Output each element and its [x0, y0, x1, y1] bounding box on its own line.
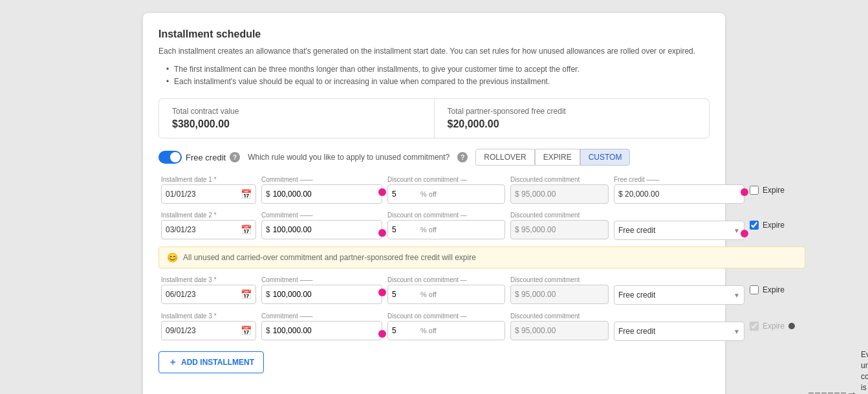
commitment-input-2[interactable]: $	[261, 220, 382, 239]
discount-input-3[interactable]: % off	[387, 285, 505, 304]
discounted-field-3: Discounted commitment $ 95,000.00	[508, 275, 611, 305]
discount-suffix-2: % off	[420, 226, 437, 234]
date-label-1: Installment date 1 *	[161, 176, 256, 183]
custom-btn[interactable]: CUSTOM	[580, 149, 631, 166]
commitment-field-1: Commitment —— $	[259, 175, 385, 205]
free-credit-input-1[interactable]: $ 20,000.00	[614, 184, 744, 204]
free-credit-field-1: Free credit —— $ 20,000.00	[611, 175, 747, 205]
bullet-1: The first installment can be three month…	[166, 63, 710, 76]
rule-buttons: ROLLOVER EXPIRE CUSTOM	[475, 149, 630, 166]
date-input-2[interactable]: 03/01/23 📅	[161, 220, 256, 239]
expire-btn[interactable]: EXPIRE	[535, 149, 580, 166]
free-credit-select-val-4: Free credit	[618, 327, 655, 336]
dash-line-1: →	[808, 388, 857, 394]
discounted-value-4: $ 95,000.00	[515, 326, 556, 335]
commitment-label-4: Commitment ——	[261, 312, 382, 320]
divider-msg: All unused and carried-over commitment a…	[183, 253, 476, 262]
free-credit-select-4[interactable]: Free credit ▼	[614, 322, 744, 341]
dropdown-arrow-3: ▼	[733, 292, 740, 299]
discount-input-4[interactable]: % off	[387, 321, 505, 340]
discounted-label-4: Discounted commitment	[510, 312, 609, 320]
discounted-value-3: $ 95,000.00	[515, 290, 556, 299]
discount-field-2: Discount on commitment — % off	[385, 210, 508, 241]
pink-dot-down-4	[378, 330, 386, 338]
discount-label-4: Discount on commitment —	[387, 312, 505, 320]
free-credit-select-val-3: Free credit	[618, 290, 655, 300]
date-value-2: 03/01/23	[166, 225, 196, 234]
free-credit-row: Free credit ? Which rule would you like …	[158, 149, 710, 166]
discounted-value-1: $ 95,000.00	[515, 190, 556, 199]
free-credit-select-val-2: Free credit	[618, 226, 655, 235]
left-section: Installment date 1 * 01/01/23 📅 Commitme…	[158, 175, 805, 373]
total-contract-value: $380,000.00	[172, 118, 421, 130]
commitment-field-2: Commitment —— $	[259, 210, 385, 241]
card-desc: Each installment creates an allowance th…	[158, 45, 710, 57]
discounted-input-4: $ 95,000.00	[510, 321, 609, 340]
free-credit-col-label-1: Free credit ——	[614, 176, 744, 183]
date-field-1: Installment date 1 * 01/01/23 📅	[158, 175, 259, 205]
table-row: Installment date 1 * 01/01/23 📅 Commitme…	[158, 175, 805, 205]
free-credit-field-4: Free credit ▼	[611, 310, 747, 342]
free-credit-select-3[interactable]: Free credit ▼	[614, 285, 744, 305]
date-input-3[interactable]: 06/01/23 📅	[161, 285, 256, 304]
date-field-2: Installment date 2 * 03/01/23 📅	[158, 210, 259, 241]
discount-input-1[interactable]: % off	[387, 184, 505, 204]
commitment-label-3: Commitment ——	[261, 276, 382, 283]
free-credit-toggle[interactable]	[158, 151, 182, 164]
add-icon: ＋	[168, 356, 177, 368]
discount-field-3: Discount on commitment — % off	[385, 275, 508, 305]
expire-label-4: Expire	[763, 322, 785, 331]
commitment-label-2: Commitment ——	[261, 212, 382, 219]
discount-value-3[interactable]	[392, 290, 418, 299]
table-row: Installment date 2 * 03/01/23 📅 Commitme…	[158, 209, 805, 241]
discount-suffix-3: % off	[420, 290, 437, 298]
free-credit-label: Free credit	[186, 153, 226, 162]
commitment-field-4: Commitment —— $	[259, 311, 385, 342]
table-row: Installment date 3 * 06/01/23 📅 Commitme…	[158, 274, 805, 306]
commitment-value-3[interactable]	[273, 290, 378, 299]
discount-value-2[interactable]	[392, 225, 418, 234]
free-credit-help-icon[interactable]: ?	[230, 152, 240, 162]
discount-input-2[interactable]: % off	[387, 220, 505, 239]
expire-label-3: Expire	[763, 285, 785, 294]
expire-checkbox-2[interactable]	[750, 221, 759, 230]
free-credit-select-2[interactable]: Free credit ▼	[614, 221, 744, 240]
expire-wrap-4: Expire	[747, 315, 805, 337]
free-credit-toggle-wrap: Free credit ?	[158, 151, 240, 164]
commitment-value-4[interactable]	[273, 326, 378, 335]
discounted-field-2: Discounted commitment $ 95,000.00	[508, 210, 611, 241]
pink-dot-free-down-2	[741, 230, 748, 237]
expire-checkbox-3[interactable]	[750, 285, 759, 294]
annotations: → Every unused commitment is expired on …	[805, 175, 868, 394]
add-installment-button[interactable]: ＋ ADD INSTALLMENT	[158, 351, 264, 373]
commitment-value-2[interactable]	[273, 225, 378, 234]
discount-suffix-1: % off	[420, 190, 437, 198]
commitment-input-3[interactable]: $	[261, 285, 382, 304]
pink-dot-up-3	[378, 289, 386, 296]
discounted-input-2: $ 95,000.00	[510, 220, 609, 239]
rollover-btn[interactable]: ROLLOVER	[475, 149, 534, 166]
date-label-4: Installment date 3 *	[161, 312, 256, 320]
total-credit-value: $20,000.00	[448, 118, 697, 130]
discount-value-1[interactable]	[392, 190, 418, 199]
divider-row: 😊 All unused and carried-over commitment…	[158, 246, 805, 268]
date-input-4[interactable]: 09/01/23 📅	[161, 321, 256, 340]
discounted-value-2: $ 95,000.00	[515, 225, 556, 234]
expire-checkbox-4[interactable]	[750, 322, 759, 331]
date-input-1[interactable]: 01/01/23 📅	[161, 184, 256, 204]
commitment-input-4[interactable]: $	[261, 321, 382, 340]
bullet-list: The first installment can be three month…	[166, 63, 710, 88]
free-credit-field-2: Free credit ▼	[611, 209, 747, 241]
expire-checkbox-1[interactable]	[750, 186, 759, 195]
installment-schedule-card: Installment schedule Each installment cr…	[143, 13, 725, 394]
discount-value-4[interactable]	[392, 326, 418, 335]
rule-help-icon[interactable]: ?	[457, 152, 468, 162]
discount-field-4: Discount on commitment — % off	[385, 311, 508, 342]
date-label-2: Installment date 2 *	[161, 212, 256, 219]
commitment-input-1[interactable]: $	[261, 184, 382, 204]
expire-wrap-2: Expire	[747, 214, 805, 236]
commitment-value-1[interactable]	[273, 190, 378, 199]
annotation-text-1: Every unused commitment is expired on th…	[861, 349, 868, 394]
discounted-input-3: $ 95,000.00	[510, 285, 609, 304]
free-credit-field-3: Free credit ▼	[611, 274, 747, 306]
